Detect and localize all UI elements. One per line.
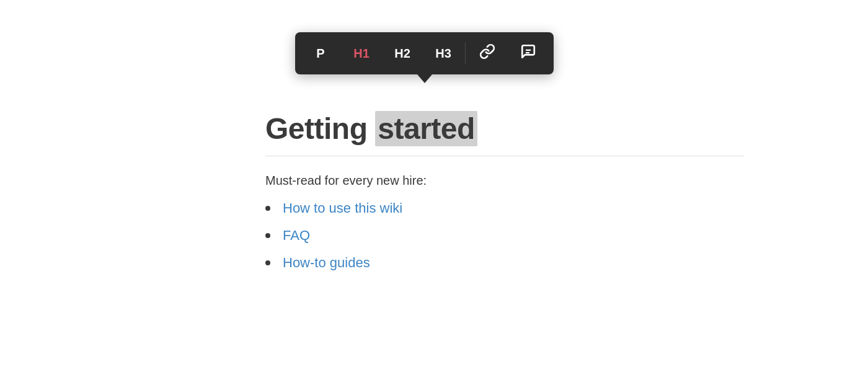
main-content: Getting started Must-read for every new … <box>265 112 744 282</box>
h2-button[interactable]: H2 <box>382 32 423 74</box>
paragraph-button[interactable]: P <box>300 32 341 74</box>
heading-selected-word: started <box>375 111 477 146</box>
how-to-guides-link[interactable]: How-to guides <box>283 255 370 271</box>
list-item: How-to guides <box>265 255 744 271</box>
h3-label: H3 <box>435 46 451 61</box>
page-content: P H1 H2 H3 <box>0 0 868 372</box>
link-button[interactable] <box>467 32 508 74</box>
bullet-icon <box>265 260 270 265</box>
bullet-icon <box>265 206 270 211</box>
link-icon <box>479 43 495 63</box>
page-heading: Getting started <box>265 112 744 156</box>
h3-button[interactable]: H3 <box>423 32 464 74</box>
h2-label: H2 <box>394 46 410 61</box>
how-to-wiki-link[interactable]: How to use this wiki <box>283 200 402 216</box>
heading-text-part1: Getting <box>265 112 375 145</box>
link-list: How to use this wiki FAQ How-to guides <box>265 200 744 271</box>
comment-icon <box>520 43 536 63</box>
page-subtitle: Must-read for every new hire: <box>265 174 744 188</box>
paragraph-label: P <box>316 46 324 61</box>
formatting-toolbar: P H1 H2 H3 <box>295 32 554 74</box>
comment-button[interactable] <box>508 32 549 74</box>
list-item: FAQ <box>265 228 744 244</box>
list-item: How to use this wiki <box>265 200 744 216</box>
toolbar-divider <box>465 42 466 64</box>
h1-button[interactable]: H1 <box>341 32 382 74</box>
h1-label: H1 <box>353 46 370 61</box>
bullet-icon <box>265 233 270 238</box>
faq-link[interactable]: FAQ <box>283 228 310 244</box>
